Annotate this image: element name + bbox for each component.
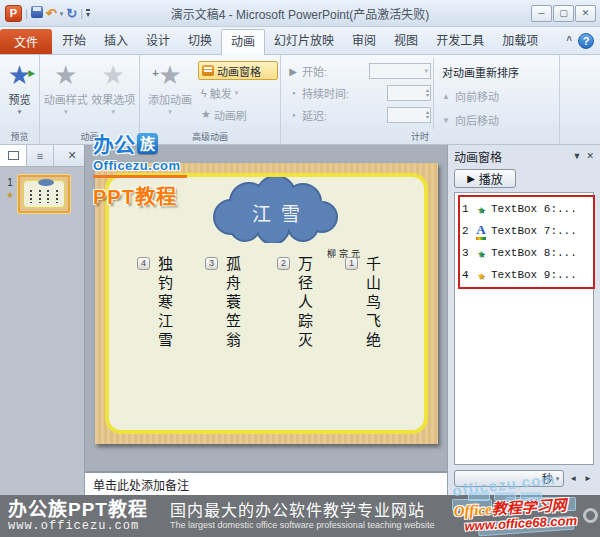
animation-item[interactable]: 1 ★ TextBox 6:... <box>455 198 593 220</box>
emphasis-effect-star-icon: ★ <box>473 268 489 283</box>
footer-banner: 办公族PPT教程 www.officezu.com 国内最大的办公软件教学专业网… <box>0 495 600 537</box>
dropdown-icon: ▾ <box>424 67 428 75</box>
undo-button[interactable]: ↶ <box>46 5 57 22</box>
animation-pane-button[interactable]: 动画窗格 <box>198 61 278 80</box>
help-icon[interactable]: ? <box>578 33 594 49</box>
minimize-ribbon-icon[interactable]: ^ <box>566 35 572 46</box>
poem-line: 独钓寒江雪 <box>154 256 175 351</box>
animation-order-badge: 1 <box>345 257 358 270</box>
play-overlay-icon: ▶ <box>28 58 35 88</box>
tab-developer[interactable]: 开发工具 <box>427 29 493 54</box>
preview-star-icon: ★▶ <box>8 60 31 90</box>
animation-item-label: TextBox 9:... <box>491 269 577 281</box>
tab-file[interactable]: 文件 <box>0 29 52 54</box>
title-bar: P | ↶ ▾ ↻ | ▾ 演示文稿4 - Microsoft PowerPoi… <box>0 0 600 27</box>
logo-text: 办公 <box>93 128 135 158</box>
divider: | <box>25 7 28 19</box>
customize-qat-button[interactable]: ▾ <box>86 9 90 18</box>
close-panel-icon[interactable]: ✕ <box>60 145 84 166</box>
tab-review[interactable]: 审阅 <box>343 29 385 54</box>
group-label-timing: 计时 <box>281 130 559 143</box>
add-animation-button[interactable]: +★ 添加动画 ▾ <box>142 58 198 129</box>
scroll-left-icon[interactable]: ◄ <box>567 474 579 483</box>
footer-slogan-en: The largest domestic office software pro… <box>170 520 434 530</box>
animation-item-label: TextBox 7:... <box>491 225 577 237</box>
powerpoint-app-icon[interactable]: P <box>5 5 22 22</box>
move-later-button[interactable]: ▼ 向后移动 <box>442 112 557 128</box>
thumbnail-cloud <box>38 179 54 186</box>
duration-spinner[interactable]: ▴ ▾ <box>387 85 431 101</box>
delay-spinner[interactable]: ▴ ▾ <box>387 107 431 123</box>
animation-pane-title: 动画窗格 <box>454 148 502 165</box>
poem-column[interactable]: 1 千山鸟飞绝 <box>345 257 383 351</box>
tab-insert[interactable]: 插入 <box>95 29 137 54</box>
trigger-button[interactable]: ϟ 触发 ▾ <box>198 83 278 102</box>
play-button[interactable]: ▶ 播放 <box>454 169 516 188</box>
poem-column[interactable]: 2 万径人踪灭 <box>277 257 315 351</box>
ppt-tutorial-watermark: PPT教程 <box>93 181 203 210</box>
close-button[interactable]: ✕ <box>575 5 596 22</box>
undo-dropdown-icon[interactable]: ▾ <box>60 10 64 18</box>
start-dropdown[interactable]: ▾ <box>369 63 431 79</box>
footer-right-logo: Office教程学习网 www.office68.com <box>448 495 600 537</box>
animation-painter-star-icon: ★ <box>201 108 211 121</box>
tab-slideshow[interactable]: 幻灯片放映 <box>265 29 343 54</box>
outline-tab[interactable]: ≡ <box>27 145 54 166</box>
animation-order-badge: 4 <box>137 257 150 270</box>
animation-item-label: TextBox 8:... <box>491 247 577 259</box>
tab-view[interactable]: 视图 <box>385 29 427 54</box>
tab-transitions[interactable]: 切换 <box>179 29 221 54</box>
slide-thumbnail-row: 1 ★ <box>2 175 82 213</box>
tab-design[interactable]: 设计 <box>137 29 179 54</box>
preview-button[interactable]: ★▶ 预览 ▾ <box>2 58 37 129</box>
poem-line: 万径人踪灭 <box>294 256 315 351</box>
reorder-animation-label: 对动画重新排序 <box>442 64 557 80</box>
minimize-button[interactable]: ─ <box>531 5 552 22</box>
scroll-right-icon[interactable]: ► <box>582 474 594 483</box>
slide-thumbnail-icon <box>8 151 19 160</box>
dropdown-icon: ▾ <box>111 108 115 116</box>
notes-area[interactable]: 单击此处添加备注 <box>85 471 447 495</box>
animation-painter-button[interactable]: ★ 动画刷 <box>198 105 278 124</box>
effect-options-button[interactable]: ★ 效果选项 ▾ <box>90 58 138 129</box>
tab-addins[interactable]: 加载项 <box>493 29 547 54</box>
seconds-zoom-button[interactable]: 秒 ▾ <box>454 470 564 487</box>
divider: | <box>80 7 83 19</box>
slides-tab[interactable] <box>0 145 27 166</box>
preview-dropdown-icon[interactable]: ▾ <box>18 108 22 116</box>
pane-menu-dropdown-icon[interactable]: ▼ <box>573 151 582 161</box>
restore-button[interactable]: ▢ <box>553 5 574 22</box>
slide-1-thumbnail[interactable] <box>18 175 70 213</box>
delay-label: 延迟: <box>302 107 327 123</box>
logo-divider <box>93 175 187 178</box>
add-animation-star-icon: +★ <box>158 60 181 90</box>
redo-button[interactable]: ↻ <box>66 5 77 22</box>
dropdown-icon: ▾ <box>64 108 68 116</box>
poem-line: 千山鸟飞绝 <box>362 256 383 351</box>
animation-item[interactable]: 4 ★ TextBox 9:... <box>455 264 593 286</box>
pane-close-icon[interactable]: ✕ <box>586 151 594 161</box>
title-cloud-shape[interactable]: 江雪 <box>207 177 345 243</box>
animation-item[interactable]: 2 A TextBox 7:... <box>455 220 593 242</box>
dropdown-icon: ▾ <box>235 89 239 97</box>
entrance-effect-star-icon: ★ <box>473 202 489 217</box>
save-button[interactable] <box>31 5 43 22</box>
move-earlier-button[interactable]: ▲ 向前移动 <box>442 88 557 104</box>
start-icon: ▶ <box>287 66 299 77</box>
animation-item-label: TextBox 6:... <box>491 203 577 215</box>
animation-styles-star-icon: ★ <box>54 60 77 90</box>
animation-item[interactable]: 3 ★ TextBox 8:... <box>455 242 593 264</box>
duration-label: 持续时间: <box>302 85 349 101</box>
delay-clock-icon: ◔ <box>287 110 299 121</box>
tab-home[interactable]: 开始 <box>53 29 95 54</box>
animation-styles-button[interactable]: ★ 动画样式 ▾ <box>42 58 90 129</box>
tab-animations[interactable]: 动画 <box>221 29 265 55</box>
poem-column[interactable]: 4 独钓寒江雪 <box>137 257 175 351</box>
animation-order-badge: 3 <box>205 257 218 270</box>
start-label: 开始: <box>302 63 327 79</box>
dropdown-icon: ▾ <box>556 475 560 483</box>
slides-panel: ≡ ✕ 1 ★ <box>0 145 85 495</box>
poem-column[interactable]: 3 孤舟蓑笠翁 <box>205 257 243 351</box>
animation-pane: 动画窗格 ▼ ✕ ▶ 播放 1 ★ TextBox 6:... 2 A Text… <box>447 145 600 495</box>
footer-brand: 办公族PPT教程 <box>8 500 148 520</box>
